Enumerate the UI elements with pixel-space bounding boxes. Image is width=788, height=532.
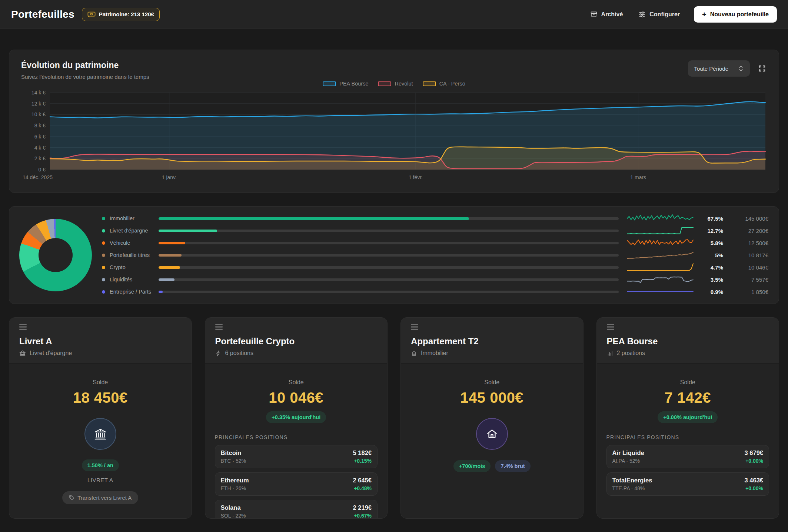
patrimoine-badge: Patrimoine: 213 120€ [82, 8, 160, 21]
position-meta: SOL · 22% [221, 513, 246, 519]
fullscreen-icon [758, 64, 766, 73]
chevron-up-down-icon [738, 65, 744, 72]
position-name: Bitcoin [221, 449, 246, 456]
position-change: +0.00% [745, 485, 763, 491]
drag-handle-icon[interactable] [607, 324, 614, 330]
portfolio-card-appartement[interactable]: Appartement T2 Immobilier Solde 145 000€… [400, 317, 583, 519]
position-row-solana[interactable]: SolanaSOL · 22% 2 219€+0.67% [215, 500, 378, 519]
position-name: TotalEnergies [612, 477, 652, 484]
allocation-row-immobilier[interactable]: Immobilier 67.5% 145 000€ [102, 214, 768, 223]
position-value: 2 219€ [353, 504, 372, 511]
card-subtitle: 6 positions [225, 350, 254, 357]
svg-text:1 févr.: 1 févr. [409, 174, 423, 180]
positions-title: PRINCIPALES POSITIONS [606, 434, 769, 440]
solde-label: Solde [215, 379, 378, 386]
page-title: Portefeuilles [11, 9, 74, 20]
income-badge: +700/mois [453, 460, 491, 472]
category-percent: 4.7% [696, 264, 723, 271]
period-selector[interactable]: Toute Période [688, 60, 750, 77]
top-bar-actions: Archivé Configurer + Nouveau portefeuill… [585, 6, 777, 23]
legend-swatch [423, 81, 436, 86]
portfolio-card-crypto[interactable]: Portefeuille Crypto 6 positions Solde 10… [205, 317, 388, 519]
new-portfolio-button[interactable]: + Nouveau portefeuille [694, 6, 777, 23]
position-row-bitcoin[interactable]: BitcoinBTC · 52% 5 182€+0.15% [215, 445, 378, 468]
archived-button[interactable]: Archivé [585, 7, 628, 22]
position-meta: ETH · 26% [221, 485, 249, 491]
position-value: 3 679€ [745, 449, 763, 456]
allocation-row-vehicule[interactable]: Véhicule 5.8% 12 500€ [102, 238, 768, 247]
configure-button[interactable]: Configurer [633, 7, 685, 22]
position-change: +0.15% [353, 458, 372, 464]
allocation-donut-chart[interactable] [19, 219, 92, 291]
allocation-row-crypto[interactable]: Crypto 4.7% 10 046€ [102, 263, 768, 272]
svg-text:10 k €: 10 k € [31, 111, 46, 117]
position-value: 5 182€ [353, 449, 372, 456]
category-dot [102, 229, 105, 232]
category-dot [102, 254, 105, 257]
category-sparkline [627, 287, 694, 297]
solde-value: 10 046€ [215, 389, 378, 406]
category-bar-fill [159, 254, 182, 257]
bank-icon [19, 350, 26, 357]
yield-badge: 7.4% brut [495, 460, 530, 472]
allocation-row-entreprise-parts[interactable]: Entreprise / Parts 0.9% 1 850€ [102, 287, 768, 296]
category-sparkline [627, 250, 694, 260]
category-bar-track [159, 291, 619, 293]
category-value: 12 500€ [727, 240, 768, 246]
position-row-totalenergies[interactable]: TotalEnergiesTTE.PA · 48% 3 463€+0.00% [606, 472, 769, 496]
position-name: Ethereum [221, 477, 249, 484]
category-percent: 67.5% [696, 215, 723, 222]
position-change: +0.00% [745, 458, 763, 464]
transfer-button[interactable]: Transfert vers Livret A [62, 491, 138, 504]
portfolio-card-pea-bourse[interactable]: PEA Bourse 2 positions Solde 7 142€ +0.0… [596, 317, 779, 519]
drag-handle-icon[interactable] [19, 324, 27, 330]
home-circle-icon [476, 418, 508, 450]
archive-icon [590, 11, 598, 18]
svg-text:14 k €: 14 k € [31, 90, 46, 96]
portfolio-card-livret-a[interactable]: Livret A Livret d'épargne Solde 18 450€ … [9, 317, 192, 519]
category-sparkline [627, 214, 694, 223]
allocation-row-liquidites[interactable]: Liquidités 3.5% 7 557€ [102, 275, 768, 284]
evolution-chart-canvas[interactable]: 0 €2 k €4 k €6 k €8 k €10 k €12 k €14 k … [21, 88, 768, 184]
legend-label: CA - Perso [439, 81, 465, 87]
tag-icon [69, 495, 74, 501]
position-row-ethereum[interactable]: EthereumETH · 26% 2 645€+0.48% [215, 472, 378, 496]
category-label: Crypto [110, 264, 159, 270]
category-label: Immobilier [110, 215, 159, 221]
category-sparkline [627, 262, 694, 272]
category-percent: 3.5% [696, 277, 723, 283]
position-change: +0.67% [353, 513, 372, 519]
category-percent: 5.8% [696, 240, 723, 246]
top-bar: Portefeuilles Patrimoine: 213 120€ Archi… [0, 0, 788, 29]
category-sparkline [627, 226, 694, 235]
patrimoine-badge-label: Patrimoine: 213 120€ [99, 11, 154, 17]
card-title: Appartement T2 [411, 336, 573, 347]
allocation-row-livret-epargne[interactable]: Livret d'épargne 12.7% 27 200€ [102, 226, 768, 235]
svg-text:1 mars: 1 mars [630, 174, 646, 180]
position-meta: AI.PA · 52% [612, 458, 644, 464]
legend-item-revolut[interactable]: Revolut [378, 81, 413, 87]
drag-handle-icon[interactable] [215, 324, 223, 330]
category-value: 27 200€ [727, 228, 768, 234]
legend-swatch [323, 81, 336, 86]
category-dot [102, 290, 105, 294]
solde-label: Solde [606, 379, 769, 386]
category-bar-fill [159, 278, 174, 281]
home-icon [411, 350, 417, 357]
category-label: Livret d'épargne [110, 228, 159, 234]
evolution-controls: Toute Période [688, 60, 767, 77]
rate-badge: 1.50% / an [82, 459, 119, 471]
daily-change-badge: +0.35% aujourd'hui [266, 411, 326, 423]
svg-text:6 k €: 6 k € [34, 134, 46, 140]
bar-chart-icon [607, 350, 613, 357]
legend-item-pea-bourse[interactable]: PEA Bourse [323, 81, 368, 87]
category-sparkline [627, 238, 694, 248]
position-row-air-liquide[interactable]: Air LiquideAI.PA · 52% 3 679€+0.00% [606, 445, 769, 468]
legend-label: Revolut [395, 81, 413, 87]
position-value: 3 463€ [745, 477, 763, 484]
expand-chart-button[interactable] [757, 64, 767, 73]
allocation-row-portefeuille-titres[interactable]: Portefeuille titres 5% 10 817€ [102, 251, 768, 260]
daily-change-badge: +0.00% aujourd'hui [658, 411, 718, 423]
legend-item-ca-perso[interactable]: CA - Perso [423, 81, 465, 87]
drag-handle-icon[interactable] [411, 324, 418, 330]
